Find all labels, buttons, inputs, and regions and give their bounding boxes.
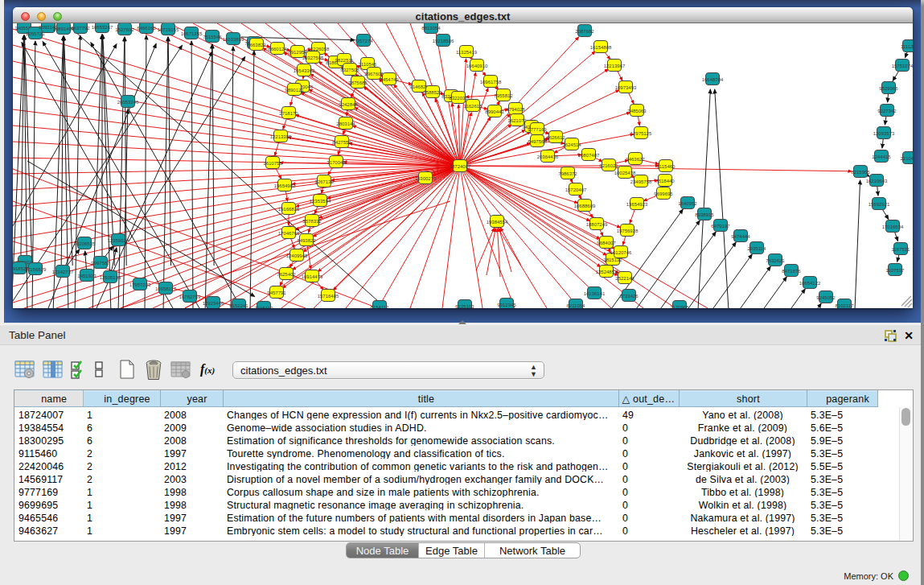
- svg-text:16640910: 16640910: [466, 64, 488, 68]
- svg-text:19384554: 19384554: [487, 220, 508, 225]
- svg-text:15226058: 15226058: [308, 47, 330, 51]
- svg-text:16033809: 16033809: [223, 37, 244, 42]
- svg-text:15300273: 15300273: [415, 176, 437, 181]
- svg-text:1527602: 1527602: [115, 27, 134, 32]
- svg-text:9327508: 9327508: [340, 68, 359, 72]
- svg-text:16543362: 16543362: [294, 68, 315, 73]
- svg-text:16120746: 16120746: [610, 250, 632, 255]
- svg-text:20206535: 20206535: [74, 241, 96, 246]
- svg-text:16961758: 16961758: [480, 80, 502, 84]
- svg-text:7215110: 7215110: [255, 306, 274, 309]
- svg-text:15716485: 15716485: [318, 294, 339, 299]
- svg-text:1621072: 1621072: [507, 118, 527, 123]
- svg-text:8813054: 8813054: [421, 26, 441, 31]
- svg-text:1162615: 1162615: [464, 104, 483, 109]
- svg-text:6479197: 6479197: [711, 224, 730, 229]
- svg-text:9457791: 9457791: [267, 290, 286, 295]
- svg-text:9463627: 9463627: [626, 157, 645, 162]
- svg-text:3267130: 3267130: [314, 179, 334, 184]
- svg-text:1167531: 1167531: [892, 247, 911, 252]
- svg-text:9245052: 9245052: [816, 295, 836, 300]
- svg-text:2110546: 2110546: [359, 62, 378, 67]
- svg-text:1111201: 1111201: [901, 44, 913, 49]
- svg-text:8471676: 8471676: [782, 269, 801, 274]
- svg-text:8637792: 8637792: [71, 26, 90, 31]
- svg-text:9890121: 9890121: [285, 88, 304, 93]
- svg-text:7120965: 7120965: [670, 305, 689, 309]
- svg-text:2967608: 2967608: [364, 72, 384, 76]
- svg-text:16210643: 16210643: [866, 179, 888, 183]
- svg-text:9997587: 9997587: [91, 261, 110, 266]
- svg-text:12359924: 12359924: [108, 238, 129, 243]
- svg-text:12342737: 12342737: [52, 270, 74, 274]
- svg-text:5578332: 5578332: [302, 219, 322, 224]
- svg-text:17046766: 17046766: [278, 231, 300, 236]
- svg-text:16914479: 16914479: [302, 274, 323, 279]
- svg-text:9242848: 9242848: [339, 102, 358, 107]
- svg-text:3624514: 3624514: [562, 142, 581, 147]
- svg-text:10973493: 10973493: [615, 85, 637, 90]
- svg-text:23495758: 23495758: [630, 179, 652, 184]
- svg-text:9529966: 9529966: [879, 86, 898, 91]
- svg-text:19654982: 19654982: [274, 183, 296, 188]
- svg-text:12213967: 12213967: [604, 64, 626, 68]
- svg-text:16648784: 16648784: [702, 77, 724, 82]
- svg-text:9875685: 9875685: [348, 80, 368, 85]
- svg-text:6216021: 6216021: [599, 163, 618, 168]
- svg-text:7625402: 7625402: [277, 272, 296, 277]
- svg-text:8990443: 8990443: [485, 109, 504, 114]
- svg-text:20364436: 20364436: [537, 154, 559, 159]
- svg-text:9152241: 9152241: [229, 303, 248, 308]
- svg-text:1451923: 1451923: [77, 274, 97, 278]
- svg-text:9912345: 9912345: [497, 303, 516, 307]
- svg-text:10653267: 10653267: [92, 25, 113, 30]
- svg-text:7986372: 7986372: [558, 171, 577, 176]
- svg-text:9115460: 9115460: [657, 164, 676, 169]
- svg-text:2935114: 2935114: [748, 246, 767, 251]
- svg-text:6211054: 6211054: [567, 303, 586, 308]
- svg-text:2718170: 2718170: [279, 111, 298, 116]
- svg-text:20053346: 20053346: [117, 100, 139, 105]
- svg-text:19756928: 19756928: [617, 229, 639, 233]
- svg-text:19166825: 19166825: [278, 207, 300, 212]
- svg-text:12213389: 12213389: [270, 134, 292, 139]
- svg-text:8912954: 8912954: [288, 50, 307, 55]
- svg-text:9822511: 9822511: [335, 58, 355, 63]
- svg-text:8427552: 8427552: [332, 140, 351, 145]
- svg-text:12505135: 12505135: [100, 275, 121, 280]
- svg-text:18807249: 18807249: [586, 222, 608, 227]
- svg-text:13524851: 13524851: [596, 270, 618, 274]
- svg-text:8454749: 8454749: [380, 77, 399, 82]
- svg-text:7632621: 7632621: [766, 258, 785, 263]
- svg-text:2087682: 2087682: [575, 29, 594, 34]
- svg-text:9777169: 9777169: [528, 127, 547, 132]
- svg-text:2522144: 2522144: [615, 276, 634, 281]
- svg-text:7663822: 7663822: [247, 43, 266, 47]
- svg-text:12923446: 12923446: [203, 301, 224, 306]
- svg-text:16782759: 16782759: [179, 295, 201, 299]
- svg-text:7357274: 7357274: [354, 39, 373, 43]
- svg-text:8660124: 8660124: [268, 47, 287, 51]
- svg-text:17957223: 17957223: [129, 282, 151, 287]
- svg-text:12409948: 12409948: [286, 253, 308, 258]
- svg-text:12975125: 12975125: [630, 131, 652, 136]
- svg-text:2803144: 2803144: [336, 122, 355, 126]
- svg-text:10671355: 10671355: [181, 31, 203, 36]
- svg-text:1244415: 1244415: [872, 154, 891, 159]
- svg-text:14136141: 14136141: [584, 291, 606, 296]
- svg-text:9474444: 9474444: [731, 234, 750, 239]
- svg-text:6125103: 6125103: [455, 304, 474, 309]
- svg-text:15720407: 15720407: [565, 187, 587, 192]
- svg-text:12353594: 12353594: [310, 199, 331, 204]
- svg-text:10807487: 10807487: [578, 153, 600, 158]
- svg-text:6794028: 6794028: [506, 107, 525, 112]
- svg-text:16154808: 16154808: [590, 45, 612, 50]
- svg-text:1107537: 1107537: [886, 268, 906, 273]
- svg-text:15692921: 15692921: [869, 202, 890, 207]
- svg-text:18724007: 18724007: [450, 164, 471, 169]
- svg-text:3170041: 3170041: [326, 160, 346, 165]
- svg-text:8938915: 8938915: [695, 212, 714, 217]
- svg-text:10025438: 10025438: [614, 171, 636, 175]
- svg-text:10688609: 10688609: [574, 204, 596, 208]
- svg-text:7955812: 7955812: [494, 93, 513, 98]
